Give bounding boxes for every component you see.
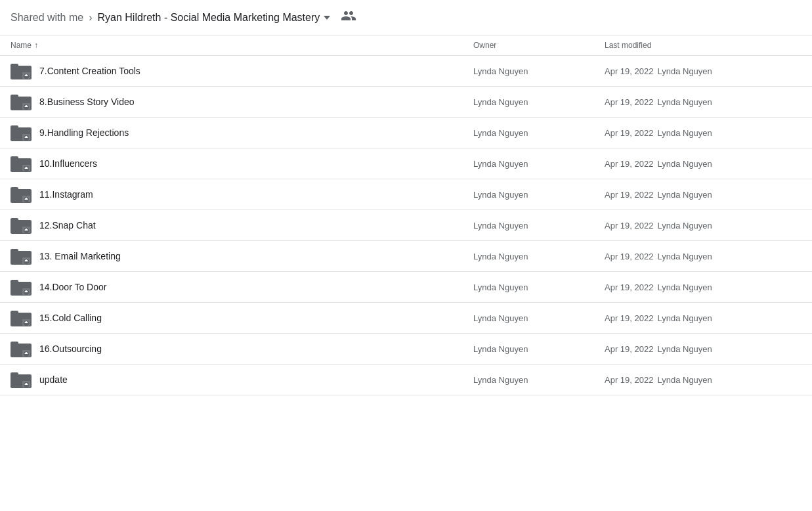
file-name-cell: 11.Instagram — [11, 186, 473, 203]
row-owner: Lynda Nguyen — [473, 128, 605, 138]
table-row[interactable]: 15.Cold Calling Lynda Nguyen Apr 19, 202… — [0, 303, 812, 334]
table-row[interactable]: update Lynda Nguyen Apr 19, 2022 Lynda N… — [0, 365, 812, 395]
folder-icon-wrapper — [11, 278, 32, 296]
file-name-cell: 13. Email Marketing — [11, 248, 473, 265]
row-modified-by: Lynda Nguyen — [657, 375, 712, 385]
row-modified-by: Lynda Nguyen — [657, 252, 712, 261]
table-row[interactable]: 11.Instagram Lynda Nguyen Apr 19, 2022 L… — [0, 179, 812, 210]
row-modified-date: Apr 19, 2022 — [605, 282, 653, 292]
row-modified: Apr 19, 2022 Lynda Nguyen — [605, 252, 801, 261]
table-row[interactable]: 7.Content Creation Tools Lynda Nguyen Ap… — [0, 56, 812, 87]
table-row[interactable]: 12.Snap Chat Lynda Nguyen Apr 19, 2022 L… — [0, 210, 812, 241]
row-file-name: 8.Business Story Video — [39, 97, 135, 107]
row-modified-by: Lynda Nguyen — [657, 313, 712, 323]
svg-point-54 — [26, 383, 27, 384]
table-row[interactable]: 9.Handling Rejections Lynda Nguyen Apr 1… — [0, 118, 812, 148]
folder-icon — [11, 309, 32, 326]
table-row[interactable]: 14.Door To Door Lynda Nguyen Apr 19, 202… — [0, 272, 812, 303]
folder-icon-wrapper — [11, 309, 32, 326]
name-header-label: Name — [11, 41, 32, 50]
owner-column-header[interactable]: Owner — [473, 41, 605, 50]
svg-point-44 — [26, 321, 27, 322]
row-modified-date: Apr 19, 2022 — [605, 159, 653, 169]
breadcrumb-current-folder[interactable]: Ryan Hildreth - Social Media Marketing M… — [98, 12, 331, 24]
svg-rect-41 — [11, 311, 18, 315]
folder-icon-wrapper — [11, 371, 32, 388]
modified-column-header[interactable]: Last modified — [605, 41, 801, 50]
row-modified-by: Lynda Nguyen — [657, 128, 712, 138]
file-table: Name ↑ Owner Last modified 7.Content Cre… — [0, 35, 812, 395]
folder-icon-wrapper — [11, 217, 32, 234]
folder-icon-wrapper — [11, 62, 32, 79]
row-modified-by: Lynda Nguyen — [657, 190, 712, 200]
svg-rect-26 — [11, 218, 18, 222]
svg-rect-11 — [11, 125, 18, 129]
row-owner: Lynda Nguyen — [473, 282, 605, 292]
table-rows: 7.Content Creation Tools Lynda Nguyen Ap… — [0, 56, 812, 395]
folder-icon — [11, 93, 32, 110]
table-row[interactable]: 8.Business Story Video Lynda Nguyen Apr … — [0, 87, 812, 118]
svg-rect-46 — [11, 342, 18, 345]
row-owner: Lynda Nguyen — [473, 190, 605, 200]
svg-point-19 — [26, 167, 27, 168]
row-modified-date: Apr 19, 2022 — [605, 190, 653, 200]
svg-point-34 — [26, 259, 27, 261]
name-column-header[interactable]: Name ↑ — [11, 41, 473, 50]
row-file-name: 10.Influencers — [39, 158, 97, 169]
file-name-cell: 7.Content Creation Tools — [11, 62, 473, 79]
row-modified-date: Apr 19, 2022 — [605, 128, 653, 138]
row-modified-date: Apr 19, 2022 — [605, 97, 653, 107]
row-modified: Apr 19, 2022 Lynda Nguyen — [605, 97, 801, 107]
sort-ascending-icon: ↑ — [34, 41, 38, 50]
row-modified: Apr 19, 2022 Lynda Nguyen — [605, 66, 801, 76]
folder-icon-wrapper — [11, 93, 32, 110]
folder-icon — [11, 248, 32, 265]
row-modified-by: Lynda Nguyen — [657, 97, 712, 107]
svg-rect-6 — [11, 95, 18, 99]
row-modified-date: Apr 19, 2022 — [605, 344, 653, 354]
people-icon — [341, 8, 356, 27]
row-modified-date: Apr 19, 2022 — [605, 375, 653, 385]
svg-point-9 — [26, 105, 27, 106]
row-owner: Lynda Nguyen — [473, 252, 605, 261]
svg-point-49 — [26, 352, 27, 353]
row-modified-date: Apr 19, 2022 — [605, 66, 653, 76]
folder-icon — [11, 62, 32, 79]
svg-rect-21 — [11, 187, 18, 191]
row-owner: Lynda Nguyen — [473, 375, 605, 385]
table-row[interactable]: 13. Email Marketing Lynda Nguyen Apr 19,… — [0, 241, 812, 272]
folder-icon-wrapper — [11, 340, 32, 357]
row-modified-date: Apr 19, 2022 — [605, 313, 653, 323]
svg-rect-36 — [11, 280, 18, 284]
folder-icon — [11, 371, 32, 388]
folder-icon-wrapper — [11, 248, 32, 265]
table-header-row: Name ↑ Owner Last modified — [0, 35, 812, 56]
row-modified-by: Lynda Nguyen — [657, 221, 712, 231]
file-name-cell: 14.Door To Door — [11, 278, 473, 296]
svg-point-14 — [26, 136, 27, 137]
svg-rect-31 — [11, 249, 18, 253]
folder-icon-wrapper — [11, 186, 32, 203]
row-owner: Lynda Nguyen — [473, 159, 605, 169]
folder-icon — [11, 186, 32, 203]
row-modified: Apr 19, 2022 Lynda Nguyen — [605, 375, 801, 385]
row-file-name: 12.Snap Chat — [39, 220, 96, 231]
table-row[interactable]: 16.Outsourcing Lynda Nguyen Apr 19, 2022… — [0, 334, 812, 365]
breadcrumb-shared-link[interactable]: Shared with me — [11, 12, 83, 24]
row-modified: Apr 19, 2022 Lynda Nguyen — [605, 159, 801, 169]
svg-rect-51 — [11, 372, 18, 376]
folder-icon — [11, 278, 32, 296]
row-modified-by: Lynda Nguyen — [657, 344, 712, 354]
row-modified-by: Lynda Nguyen — [657, 282, 712, 292]
file-name-cell: 15.Cold Calling — [11, 309, 473, 326]
folder-icon-wrapper — [11, 124, 32, 141]
svg-point-24 — [26, 198, 27, 199]
table-row[interactable]: 10.Influencers Lynda Nguyen Apr 19, 2022… — [0, 148, 812, 179]
row-modified: Apr 19, 2022 Lynda Nguyen — [605, 313, 801, 323]
folder-icon — [11, 155, 32, 172]
row-file-name: 15.Cold Calling — [39, 313, 102, 323]
row-file-name: 13. Email Marketing — [39, 251, 121, 261]
file-name-cell: 16.Outsourcing — [11, 340, 473, 357]
row-owner: Lynda Nguyen — [473, 66, 605, 76]
svg-rect-1 — [11, 64, 18, 68]
